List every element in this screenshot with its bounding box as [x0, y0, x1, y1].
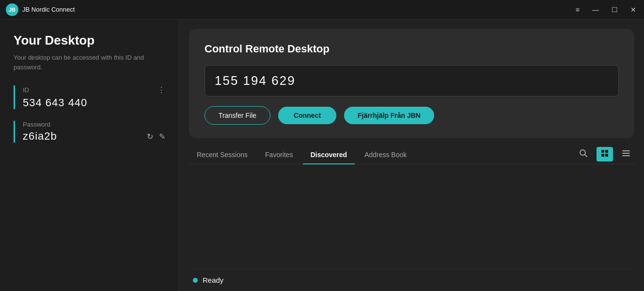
password-label: Password — [23, 121, 50, 128]
svg-line-1 — [585, 154, 587, 156]
tab-favorites[interactable]: Favorites — [257, 146, 301, 164]
sidebar-subtext: Your desktop can be accessed with this I… — [14, 53, 165, 72]
minimize-button[interactable]: — — [590, 5, 601, 14]
tabs-bar: Recent Sessions Favorites Discovered Add… — [189, 146, 634, 164]
search-button[interactable] — [575, 147, 592, 162]
sidebar: Your Desktop Your desktop can be accesse… — [0, 19, 179, 291]
connect-button[interactable]: Connect — [278, 107, 336, 124]
card-buttons: Transfer File Connect Fjärrhjälp Från JB… — [204, 106, 619, 125]
id-label: ID — [23, 86, 29, 94]
menu-button[interactable]: ≡ — [574, 5, 581, 14]
window-controls: ≡ — ☐ ✕ — [574, 5, 638, 14]
list-icon — [622, 149, 630, 158]
tab-recent-sessions[interactable]: Recent Sessions — [189, 146, 255, 164]
maximize-button[interactable]: ☐ — [610, 5, 620, 14]
grid-view-button[interactable] — [597, 147, 613, 162]
title-bar: JB JB Nordic Connect ≡ — ☐ ✕ — [0, 0, 644, 19]
right-panel: Control Remote Desktop Transfer File Con… — [179, 19, 644, 291]
id-label-row: ID ⋮ — [23, 85, 165, 95]
sidebar-heading: Your Desktop — [14, 33, 165, 48]
password-actions: ↻ ✎ — [147, 132, 165, 141]
status-indicator — [193, 278, 198, 283]
password-value: z6ia2b — [23, 130, 57, 143]
tab-address-book[interactable]: Address Book — [357, 146, 414, 164]
transfer-file-button[interactable]: Transfer File — [204, 106, 270, 125]
tab-discovered[interactable]: Discovered — [303, 146, 355, 164]
control-card-title: Control Remote Desktop — [204, 43, 619, 55]
grid-icon — [600, 149, 609, 158]
fjarrhjälp-button[interactable]: Fjärrhjälp Från JBN — [344, 107, 434, 124]
id-value: 534 643 440 — [23, 97, 165, 109]
password-row: z6ia2b ↻ ✎ — [23, 130, 165, 143]
status-bar: Ready — [189, 269, 634, 291]
search-icon — [579, 149, 588, 158]
refresh-password-button[interactable]: ↻ — [147, 132, 153, 141]
password-block: Password z6ia2b ↻ ✎ — [14, 121, 165, 143]
list-view-button[interactable] — [618, 147, 634, 162]
control-card: Control Remote Desktop Transfer File Con… — [189, 29, 634, 138]
app-title: JB Nordic Connect — [22, 6, 574, 13]
svg-rect-2 — [601, 150, 604, 153]
status-text: Ready — [203, 276, 223, 284]
app-logo: JB — [6, 3, 18, 16]
id-block: ID ⋮ 534 643 440 — [14, 85, 165, 109]
main-content: Your Desktop Your desktop can be accesse… — [0, 19, 644, 291]
remote-id-input[interactable] — [204, 65, 619, 97]
password-label-row: Password — [23, 121, 165, 128]
close-button[interactable]: ✕ — [628, 5, 638, 14]
svg-rect-3 — [605, 150, 608, 153]
tabs-actions — [575, 147, 634, 163]
id-menu-icon[interactable]: ⋮ — [157, 85, 165, 95]
edit-password-button[interactable]: ✎ — [159, 132, 165, 141]
svg-rect-5 — [605, 154, 608, 157]
svg-rect-4 — [601, 154, 604, 157]
